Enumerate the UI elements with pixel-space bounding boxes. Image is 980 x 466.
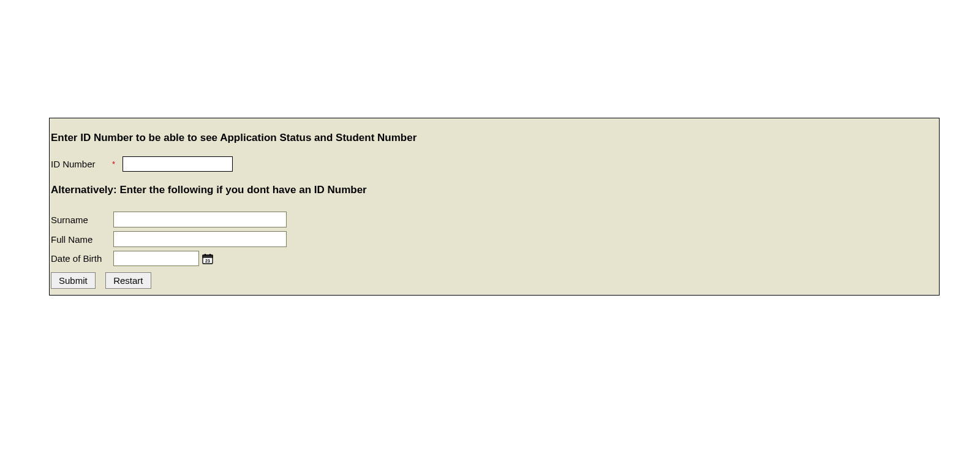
id-number-label: ID Number (51, 159, 112, 169)
required-indicator: * (112, 159, 115, 169)
surname-label: Surname (51, 215, 113, 225)
svg-text:23: 23 (205, 258, 210, 262)
surname-input[interactable] (113, 212, 287, 227)
button-row: Submit Restart (50, 272, 939, 289)
id-number-row: ID Number * (50, 156, 939, 172)
application-status-form: Enter ID Number to be able to see Applic… (49, 118, 940, 296)
full-name-input[interactable] (113, 231, 287, 247)
calendar-icon[interactable]: 23 (202, 253, 213, 264)
svg-rect-1 (203, 255, 213, 258)
id-number-heading: Enter ID Number to be able to see Applic… (50, 132, 939, 144)
svg-rect-3 (209, 254, 211, 256)
date-of-birth-row: Date of Birth 23 (50, 251, 939, 266)
submit-button[interactable]: Submit (51, 272, 96, 289)
date-of-birth-label: Date of Birth (51, 253, 113, 264)
full-name-label: Full Name (51, 234, 113, 245)
alternative-heading: Alternatively: Enter the following if yo… (50, 184, 939, 196)
id-number-input[interactable] (123, 156, 233, 172)
date-of-birth-input[interactable] (113, 251, 199, 266)
svg-rect-2 (205, 254, 206, 256)
restart-button[interactable]: Restart (105, 272, 151, 289)
full-name-row: Full Name (50, 231, 939, 247)
surname-row: Surname (50, 212, 939, 227)
